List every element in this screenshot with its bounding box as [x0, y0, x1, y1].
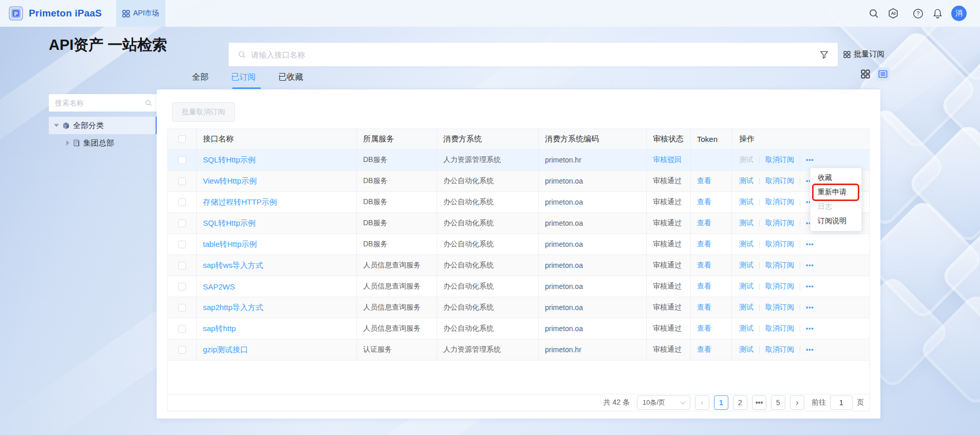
table-row[interactable]: SQL转Http示例DB服务人力资源管理系统primeton.hr审核驳回测试取…: [168, 150, 869, 171]
table-row[interactable]: sap2http导入方式人员信息查询服务办公自动化系统primeton.oa审核…: [168, 297, 869, 318]
row-checkbox[interactable]: [178, 283, 186, 291]
api-name-link[interactable]: sap2http导入方式: [203, 303, 263, 313]
page-number-button[interactable]: 1: [714, 395, 728, 410]
row-more-button[interactable]: •••: [806, 283, 814, 290]
api-name-link[interactable]: sap转http: [203, 324, 236, 334]
unsubscribe-button[interactable]: 取消订阅: [765, 219, 794, 228]
token-view-link[interactable]: 查看: [697, 219, 711, 228]
row-more-button[interactable]: •••: [806, 262, 814, 269]
unsubscribe-button[interactable]: 取消订阅: [765, 176, 794, 186]
table-row[interactable]: gzip测试接口认证服务人力资源管理系统primeton.hr审核通过查看测试取…: [168, 339, 869, 360]
test-button[interactable]: 测试: [739, 176, 753, 186]
unsubscribe-button[interactable]: 取消订阅: [765, 240, 794, 249]
api-name-link[interactable]: sap转ws导入方式: [203, 261, 263, 270]
operation-divider: [759, 325, 760, 332]
unsubscribe-button[interactable]: 取消订阅: [765, 303, 794, 312]
category-search-input[interactable]: [55, 99, 145, 107]
page-number-button[interactable]: 5: [771, 395, 785, 410]
page-number-button[interactable]: 2: [733, 395, 747, 410]
row-checkbox[interactable]: [178, 198, 186, 206]
user-avatar[interactable]: 消: [951, 6, 967, 21]
api-name-link[interactable]: SQL转Http示例: [203, 219, 256, 228]
api-search-input[interactable]: [251, 50, 820, 59]
tree-item-all-categories[interactable]: 全部分类: [49, 117, 157, 134]
test-button[interactable]: 测试: [739, 303, 753, 312]
batch-unsubscribe-button[interactable]: 批量取消订阅: [172, 102, 235, 122]
menu-item-action[interactable]: 收藏: [811, 171, 861, 185]
row-checkbox[interactable]: [178, 262, 186, 269]
tab-favorites[interactable]: 已收藏: [278, 72, 303, 89]
audit-status[interactable]: 审核驳回: [653, 155, 682, 165]
row-checkbox[interactable]: [178, 325, 186, 333]
token-view-link[interactable]: 查看: [697, 303, 711, 312]
table-row[interactable]: SQL转Http示例DB服务办公自动化系统primeton.oa审核通过查看测试…: [168, 213, 869, 234]
row-more-button[interactable]: •••: [806, 304, 814, 311]
token-view-link[interactable]: 查看: [697, 324, 711, 333]
row-checkbox[interactable]: [178, 220, 186, 227]
page-ellipsis-button[interactable]: •••: [752, 395, 766, 410]
test-button[interactable]: 测试: [739, 345, 753, 354]
api-name-link[interactable]: gzip测试接口: [203, 345, 248, 355]
test-button[interactable]: 测试: [739, 261, 753, 270]
unsubscribe-button[interactable]: 取消订阅: [765, 261, 794, 270]
token-view-link[interactable]: 查看: [697, 282, 711, 291]
api-name-link[interactable]: table转Http示例: [203, 240, 257, 249]
filter-funnel-icon[interactable]: [820, 50, 828, 59]
row-more-button[interactable]: •••: [806, 325, 814, 332]
token-view-link[interactable]: 查看: [697, 240, 711, 249]
row-checkbox-cell: [168, 213, 197, 233]
table-row[interactable]: SAP2WS人员信息查询服务办公自动化系统primeton.oa审核通过查看测试…: [168, 276, 869, 297]
page-size-select[interactable]: 10条/页: [637, 395, 690, 410]
caret-right-icon[interactable]: [66, 140, 69, 146]
row-more-button[interactable]: •••: [806, 156, 814, 164]
token-view-link[interactable]: 查看: [697, 197, 711, 207]
unsubscribe-button[interactable]: 取消订阅: [765, 282, 794, 291]
token-view-link[interactable]: 查看: [697, 261, 711, 270]
table-row[interactable]: sap转ws导入方式人员信息查询服务办公自动化系统primeton.oa审核通过…: [168, 255, 869, 276]
unsubscribe-button[interactable]: 取消订阅: [765, 197, 794, 207]
test-button[interactable]: 测试: [739, 219, 753, 228]
api-name-link[interactable]: SAP2WS: [203, 282, 235, 291]
api-name-link[interactable]: View转Http示例: [203, 176, 257, 186]
test-button[interactable]: 测试: [739, 282, 753, 291]
tree-item-group-hq[interactable]: 集团总部: [49, 134, 157, 152]
test-button[interactable]: 测试: [739, 197, 753, 207]
test-button[interactable]: 测试: [739, 324, 753, 333]
table-row[interactable]: sap转http人员信息查询服务办公自动化系统primeton.oa审核通过查看…: [168, 318, 869, 339]
menu-item-action[interactable]: 订阅说明: [811, 214, 861, 228]
table-row[interactable]: table转Http示例DB服务办公自动化系统primeton.oa审核通过查看…: [168, 234, 869, 255]
test-button[interactable]: 测试: [739, 240, 753, 249]
ai-assistant-icon[interactable]: AI: [888, 8, 899, 19]
row-checkbox[interactable]: [178, 346, 186, 354]
row-checkbox[interactable]: [178, 156, 186, 164]
row-more-button[interactable]: •••: [806, 241, 814, 248]
table-row[interactable]: 存储过程转HTTP示例DB服务办公自动化系统primeton.oa审核通过查看测…: [168, 192, 869, 213]
token-view-link[interactable]: 查看: [697, 345, 711, 354]
tab-subscribed[interactable]: 已订阅: [231, 72, 256, 89]
next-page-button[interactable]: ›: [790, 395, 804, 410]
row-checkbox[interactable]: [178, 241, 186, 248]
api-name-link[interactable]: 存储过程转HTTP示例: [203, 197, 277, 207]
help-icon[interactable]: ?: [912, 8, 924, 19]
token-view-link[interactable]: 查看: [697, 176, 711, 186]
batch-subscribe-button[interactable]: 批量订阅: [843, 49, 884, 59]
search-icon[interactable]: [868, 8, 879, 19]
nav-tab-api-market[interactable]: API市场: [116, 0, 165, 27]
menu-item-reapply-annotated[interactable]: 重新申请: [811, 185, 861, 200]
unsubscribe-button[interactable]: 取消订阅: [765, 155, 794, 165]
goto-page-input[interactable]: [830, 395, 853, 410]
list-view-icon[interactable]: [876, 67, 890, 81]
card-view-icon[interactable]: [859, 67, 872, 81]
unsubscribe-button[interactable]: 取消订阅: [765, 345, 794, 354]
unsubscribe-button[interactable]: 取消订阅: [765, 324, 794, 333]
row-more-button[interactable]: •••: [806, 346, 814, 353]
tab-all[interactable]: 全部: [192, 72, 209, 89]
table-row[interactable]: View转Http示例DB服务办公自动化系统primeton.oa审核通过查看测…: [168, 171, 869, 192]
notification-bell-icon[interactable]: [932, 8, 943, 19]
caret-down-icon[interactable]: [54, 124, 59, 127]
row-checkbox[interactable]: [178, 177, 186, 185]
token-cell: 查看: [691, 213, 732, 233]
select-all-checkbox[interactable]: [178, 135, 186, 143]
api-name-link[interactable]: SQL转Http示例: [203, 155, 256, 165]
row-checkbox[interactable]: [178, 304, 186, 312]
